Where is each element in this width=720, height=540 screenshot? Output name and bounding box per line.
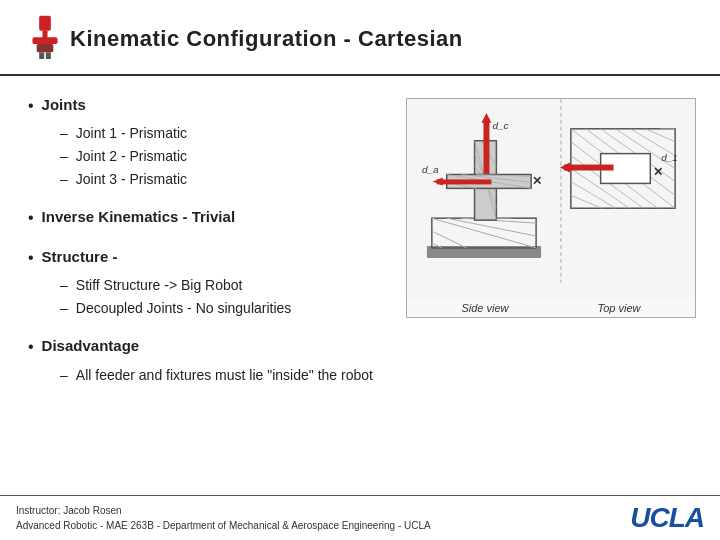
svg-rect-3 — [37, 44, 54, 52]
diagram-svg: d_c d_a ✕ — [407, 99, 695, 298]
footer-line2: Advanced Robotic - MAE 263B - Department… — [16, 518, 431, 533]
joint2-label: Joint 2 - Prismatic — [76, 146, 187, 167]
inverse-kinematics-section: • Inverse Kinematics - Trivial — [28, 206, 386, 229]
ik-label: Inverse Kinematics - Trivial — [42, 206, 235, 227]
svg-text:d_a: d_a — [422, 164, 439, 175]
svg-rect-30 — [437, 179, 492, 184]
list-item: – Joint 3 - Prismatic — [60, 169, 386, 190]
joints-section: • Joints – Joint 1 - Prismatic – Joint 2… — [28, 94, 386, 190]
footer-logo: UCLA — [630, 502, 704, 534]
top-view-label: Top view — [598, 302, 641, 314]
svg-rect-4 — [39, 52, 44, 59]
svg-rect-2 — [33, 37, 58, 44]
structure-section: • Structure - – Stiff Structure -> Big R… — [28, 246, 386, 319]
content-left: • Joints – Joint 1 - Prismatic – Joint 2… — [28, 94, 386, 402]
disadvantage-section: • Disadvantage – All feeder and fixtures… — [28, 335, 386, 385]
bullet-dot: • — [28, 247, 34, 269]
structure-label: Structure - — [42, 246, 118, 267]
diagram-inner: d_c d_a ✕ — [407, 99, 695, 298]
list-item: – Decoupled Joints - No singularities — [60, 298, 386, 319]
diagram-box: d_c d_a ✕ — [406, 98, 696, 318]
joints-sublist: – Joint 1 - Prismatic – Joint 2 - Prisma… — [60, 123, 386, 190]
list-item: – Joint 1 - Prismatic — [60, 123, 386, 144]
bullet-dot: • — [28, 336, 34, 358]
svg-text:✕: ✕ — [532, 174, 542, 188]
footer-text: Instructor: Jacob Rosen Advanced Robotic… — [16, 503, 431, 533]
svg-rect-48 — [564, 165, 614, 171]
structure-item2: Decoupled Joints - No singularities — [76, 298, 292, 319]
svg-rect-5 — [46, 52, 51, 59]
footer: Instructor: Jacob Rosen Advanced Robotic… — [0, 495, 720, 540]
structure-item1: Stiff Structure -> Big Robot — [76, 275, 243, 296]
joint1-label: Joint 1 - Prismatic — [76, 123, 187, 144]
svg-text:d_c: d_c — [492, 120, 508, 131]
svg-rect-0 — [39, 16, 51, 31]
structure-sublist: – Stiff Structure -> Big Robot – Decoupl… — [60, 275, 386, 319]
svg-text:d_1: d_1 — [661, 152, 678, 163]
svg-rect-22 — [483, 119, 489, 179]
side-view-label: Side view — [461, 302, 508, 314]
footer-line1: Instructor: Jacob Rosen — [16, 503, 431, 518]
list-item: – Stiff Structure -> Big Robot — [60, 275, 386, 296]
bullet-dot: • — [28, 207, 34, 229]
page-title: Kinematic Configuration - Cartesian — [70, 26, 463, 52]
joint3-label: Joint 3 - Prismatic — [76, 169, 187, 190]
list-item: – Joint 2 - Prismatic — [60, 146, 386, 167]
disadvantage-label: Disadvantage — [42, 335, 140, 356]
header: Kinematic Configuration - Cartesian — [0, 0, 720, 76]
svg-text:✕: ✕ — [653, 165, 663, 179]
bullet-dot: • — [28, 95, 34, 117]
robot-icon — [20, 14, 70, 64]
joints-label: Joints — [42, 94, 86, 115]
main-content: • Joints – Joint 1 - Prismatic – Joint 2… — [0, 76, 720, 402]
diagram-labels: Side view Top view — [407, 298, 695, 320]
disadvantage-sublist: – All feeder and fixtures must lie "insi… — [60, 365, 386, 386]
list-item: – All feeder and fixtures must lie "insi… — [60, 365, 386, 386]
disadvantage-item1: All feeder and fixtures must lie "inside… — [76, 365, 373, 386]
